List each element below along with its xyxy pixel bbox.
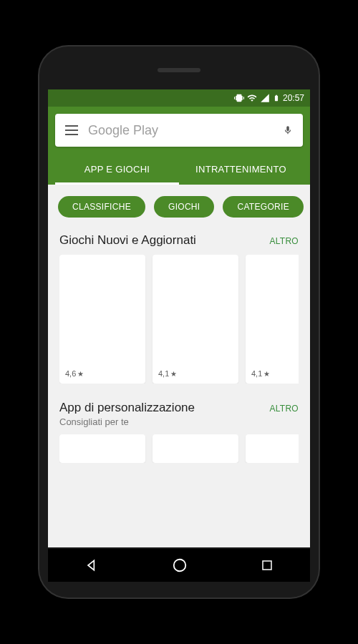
filter-chips: CLASSIFICHE GIOCHI CATEGORIE — [48, 185, 310, 229]
vibrate-icon — [234, 93, 244, 103]
signal-icon — [260, 93, 270, 103]
status-time: 20:57 — [283, 93, 304, 103]
content-area: CLASSIFICHE GIOCHI CATEGORIE Giochi Nuov… — [48, 185, 310, 547]
section-personalization: App di personalizzazione Consigliati per… — [48, 396, 310, 463]
section-title: Giochi Nuovi e Aggiornati — [59, 233, 196, 248]
android-navbar — [48, 549, 310, 582]
tab-entertainment[interactable]: INTRATTENIMENTO — [179, 154, 303, 185]
section-subtitle: Consigliati per te — [59, 416, 195, 427]
main-tabs: APP E GIOCHI INTRATTENIMENTO — [55, 154, 303, 185]
card-rating: 4,1★ — [246, 369, 299, 378]
phone-speaker — [158, 68, 200, 72]
phone-frame: 20:57 Google Play APP E GIOCHI INTRATTEN… — [39, 47, 319, 597]
status-bar: 20:57 — [48, 89, 310, 107]
home-icon[interactable] — [172, 557, 188, 573]
svg-point-0 — [174, 560, 186, 572]
screen: 20:57 Google Play APP E GIOCHI INTRATTEN… — [48, 89, 310, 547]
star-icon: ★ — [263, 370, 270, 378]
chip-games[interactable]: GIOCHI — [154, 196, 214, 218]
battery-icon — [273, 93, 280, 103]
star-icon: ★ — [77, 370, 84, 378]
app-card[interactable] — [246, 434, 299, 463]
app-card[interactable]: 4,6★ — [59, 255, 145, 384]
card-row[interactable] — [59, 434, 299, 463]
search-placeholder: Google Play — [88, 123, 273, 138]
search-bar[interactable]: Google Play — [55, 114, 303, 147]
wifi-icon — [247, 93, 257, 103]
app-header: Google Play APP E GIOCHI INTRATTENIMENTO — [48, 107, 310, 185]
recents-icon[interactable] — [261, 559, 274, 572]
section-title: App di personalizzazione — [59, 401, 195, 415]
star-icon: ★ — [170, 370, 177, 378]
app-card[interactable] — [153, 434, 238, 463]
mic-icon[interactable] — [283, 123, 293, 137]
menu-icon[interactable] — [65, 125, 78, 135]
section-header: Giochi Nuovi e Aggiornati ALTRO — [59, 233, 299, 248]
chip-charts[interactable]: CLASSIFICHE — [58, 196, 145, 218]
app-card[interactable] — [59, 434, 145, 463]
app-card[interactable]: 4,1★ — [153, 255, 238, 384]
card-rating: 4,6★ — [59, 369, 145, 378]
more-link[interactable]: ALTRO — [269, 404, 299, 414]
card-row[interactable]: 4,6★ 4,1★ 4,1★ — [59, 255, 299, 384]
back-icon[interactable] — [84, 558, 99, 572]
section-new-games: Giochi Nuovi e Aggiornati ALTRO 4,6★ 4,1… — [48, 229, 310, 384]
tab-apps-games[interactable]: APP E GIOCHI — [55, 154, 179, 185]
section-header: App di personalizzazione Consigliati per… — [59, 401, 299, 427]
card-rating: 4,1★ — [153, 369, 238, 378]
app-card[interactable]: 4,1★ — [246, 255, 299, 384]
chip-categories[interactable]: CATEGORIE — [223, 196, 304, 218]
svg-rect-1 — [263, 561, 271, 570]
more-link[interactable]: ALTRO — [269, 236, 299, 246]
